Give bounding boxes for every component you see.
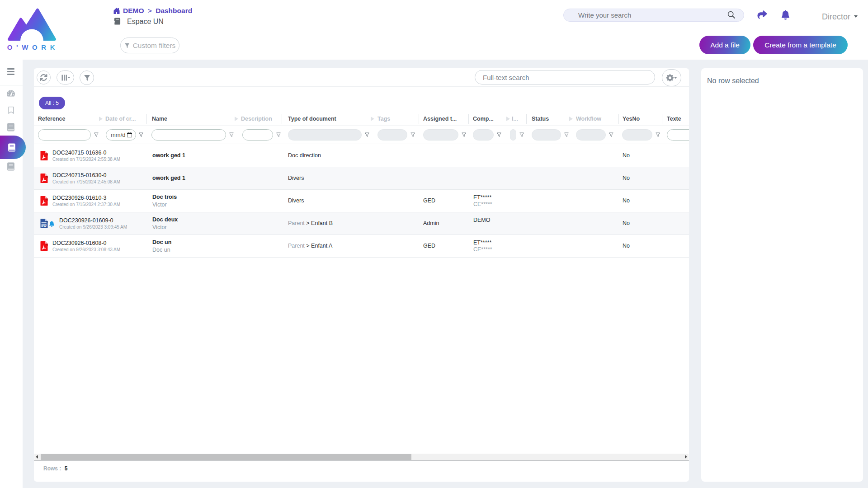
svg-text:O'WORK: O'WORK [7,43,59,51]
svg-text:w: w [43,224,47,228]
